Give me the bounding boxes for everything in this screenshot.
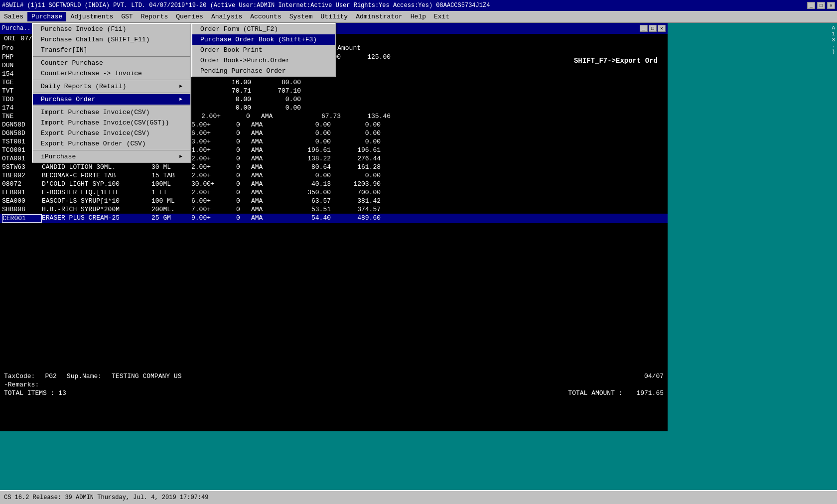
table-row[interactable]: TBE002 BECOMAX-C FORTE TAB 15 TAB 2.00+ … xyxy=(0,171,668,180)
menu-transfer-in[interactable]: Transfer[IN] xyxy=(33,45,190,55)
row-pack: 200ML. xyxy=(151,206,191,213)
purchase-order-submenu: Order Form (CTRL_F2) Purchase Order Book… xyxy=(191,23,336,77)
row-code: LEB001 xyxy=(2,189,42,196)
close-button[interactable]: ✕ xyxy=(827,2,835,9)
row-qty: 2.00+ xyxy=(201,113,246,120)
separator-4 xyxy=(33,106,190,106)
row-amount: 707.10 xyxy=(251,87,301,95)
row-free: 0 xyxy=(236,172,251,179)
table-row-selected[interactable]: CER001 ERASER PLUS CREAM-25 25 GM 9.00+ … xyxy=(0,214,668,223)
row-free: 0 xyxy=(236,180,251,188)
row-desc: EASCOF-LS SYRUP[1*10 xyxy=(42,197,151,205)
row-rate: 0.00 xyxy=(291,121,331,128)
row-free: 0 xyxy=(236,146,251,154)
menu-counter-purchase-invoice[interactable]: CounterPurchase -> Invoice xyxy=(33,68,190,79)
purchase-order-arrow: ► xyxy=(179,97,182,102)
row-amount: 161.28 xyxy=(331,163,381,171)
supname-label: Sup.Name: xyxy=(67,373,102,380)
menu-import-csv-gst[interactable]: Import Purchase Invoice(CSV(GST)) xyxy=(33,118,190,128)
table-row[interactable]: SHB008 H.B.-RICH SYRUP*200M 200ML. 7.00+… xyxy=(0,205,668,214)
row-rate: 54.40 xyxy=(291,214,331,223)
menu-reports[interactable]: Reports xyxy=(137,12,172,21)
ipurchase-arrow: ► xyxy=(179,154,182,159)
minimize-button[interactable]: _ xyxy=(807,2,815,9)
submenu-order-book-purch[interactable]: Order Book->Purch.Order xyxy=(192,55,335,66)
row-amount: 80.00 xyxy=(251,79,301,86)
menu-queries[interactable]: Queries xyxy=(172,12,207,21)
submenu-order-form[interactable]: Order Form (CTRL_F2) xyxy=(192,24,335,34)
row-rate: 16.00 xyxy=(211,79,251,86)
row-rate: 63.57 xyxy=(291,197,331,205)
row-free: 0 xyxy=(236,206,251,213)
maximize-button[interactable]: □ xyxy=(817,2,825,9)
menu-purchase-challan[interactable]: Purchase Challan (SHIFT_F11) xyxy=(33,34,190,45)
row-amount: 0.00 xyxy=(331,138,381,145)
menu-export-order-csv[interactable]: Export Purchase Order (CSV) xyxy=(33,138,190,149)
submenu-pending-purchase-order[interactable]: Pending Purchase Order xyxy=(192,66,335,76)
bottom-row1: TaxCode: PG2 Sup.Name: TESTING COMPANY U… xyxy=(4,373,664,380)
menu-purchase-order[interactable]: Purchase Order ► xyxy=(33,94,190,105)
menu-help[interactable]: Help xyxy=(407,12,430,21)
row-desc: H.B.-RICH SYRUP*200M xyxy=(42,206,151,213)
menu-utility[interactable]: Utility xyxy=(317,12,352,21)
row-desc: E-BOOSTER LIQ.[1LITE xyxy=(42,189,151,196)
submenu-purchase-order-book[interactable]: Purchase Order Book (Shift+F3) xyxy=(192,34,335,45)
table-row[interactable]: 08072 D'COLD LIGHT SYP.100 100ML 30.00+ … xyxy=(0,180,668,188)
row-pack: 100ML xyxy=(151,180,191,188)
menu-adjustments[interactable]: Adjustments xyxy=(66,12,117,21)
submenu-order-book-print[interactable]: Order Book Print xyxy=(192,45,335,55)
row-free: 0 xyxy=(246,113,261,120)
row-pack: 25 GM xyxy=(151,214,191,223)
row-rate: 40.13 xyxy=(291,180,331,188)
row-code: 5STW63 xyxy=(2,163,42,171)
row-qty: 5.00+ xyxy=(191,121,236,128)
menu-analysis[interactable]: Analysis xyxy=(207,12,246,21)
row-free: 0 xyxy=(236,189,251,196)
inner-maximize-button[interactable]: □ xyxy=(649,25,657,32)
separator-3 xyxy=(33,93,190,93)
row-sup: AMA xyxy=(251,146,291,154)
row-amount: 700.00 xyxy=(331,189,381,196)
menu-purchase-invoice[interactable]: Purchase Invoice (F11) xyxy=(33,24,190,34)
menu-counter-purchase[interactable]: Counter Purchase xyxy=(33,58,190,68)
row-rate: 0.00 xyxy=(291,138,331,145)
table-row[interactable]: LEB001 E-BOOSTER LIQ.[1LITE 1 LT 2.00+ 0… xyxy=(0,188,668,197)
row-qty: 2.00+ xyxy=(191,189,236,196)
purchase-dropdown: Purchase Invoice (F11) Purchase Challan … xyxy=(32,23,191,163)
inner-title-buttons: _ □ ✕ xyxy=(640,25,666,32)
row-amount: 135.46 xyxy=(341,113,391,120)
menu-system[interactable]: System xyxy=(285,12,317,21)
bottom-info: TaxCode: PG2 Sup.Name: TESTING COMPANY U… xyxy=(0,371,668,399)
menu-purchase[interactable]: Purchase xyxy=(27,12,66,21)
menu-adminstrator[interactable]: Adminstrator xyxy=(352,12,407,21)
menu-exit[interactable]: Exit xyxy=(430,12,453,21)
taxcode-label: TaxCode: xyxy=(4,373,35,380)
menu-import-csv[interactable]: Import Purchase Invoice(CSV) xyxy=(33,107,190,118)
menu-accounts[interactable]: Accounts xyxy=(246,12,285,21)
row-qty: 2.00+ xyxy=(191,163,236,171)
bottom-row2: -Remarks: xyxy=(4,381,664,388)
row-sup: AMA xyxy=(251,197,291,205)
row-qty: 6.00+ xyxy=(191,197,236,205)
menu-ipurchase[interactable]: iPurchase ► xyxy=(33,151,190,162)
inner-minimize-button[interactable]: _ xyxy=(640,25,648,32)
inner-close-button[interactable]: ✕ xyxy=(658,25,666,32)
row-sup: AMA xyxy=(251,180,291,188)
menu-daily-reports[interactable]: Daily Reports (Retail) ► xyxy=(33,81,190,92)
row-pack: 15 TAB xyxy=(151,172,191,179)
row-sup: AMA xyxy=(251,138,291,145)
inner-title-text: Purcha... xyxy=(2,25,34,32)
row-qty: 30.00+ xyxy=(191,180,236,188)
separator-5 xyxy=(33,150,190,150)
menu-export-csv[interactable]: Export Purchase Invoice(CSV) xyxy=(33,128,190,138)
table-row[interactable]: SEA000 EASCOF-LS SYRUP[1*10 100 ML 6.00+… xyxy=(0,197,668,205)
row-qty: 2.00+ xyxy=(191,155,236,162)
table-row[interactable]: 5STW63 CANDID LOTION 30ML. 30 ML 2.00+ 0… xyxy=(0,163,668,171)
row-desc: BECOMAX-C FORTE TAB xyxy=(42,172,151,179)
menu-sales[interactable]: Sales xyxy=(0,12,27,21)
supname-value: TESTING COMPANY US xyxy=(112,373,181,380)
row-qty: 3.00+ xyxy=(191,138,236,145)
menu-gst[interactable]: GST xyxy=(117,12,137,21)
row-rate: 0.00 xyxy=(211,96,251,103)
row-sup: AMA xyxy=(251,206,291,213)
